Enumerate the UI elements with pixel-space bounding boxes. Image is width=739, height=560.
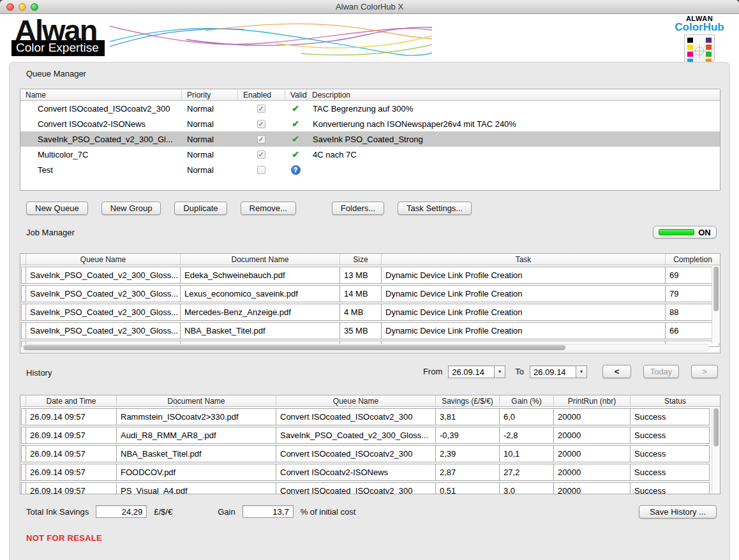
history-gain: -2,8 bbox=[499, 427, 554, 444]
job-size: 4 MB bbox=[340, 304, 382, 321]
queue-row[interactable]: Multicolor_7C Normal ✓ ✔ 4C nach 7C bbox=[20, 147, 720, 162]
dropdown-arrow-icon[interactable]: ▼ bbox=[494, 366, 505, 378]
enabled-checkbox[interactable]: ✓ bbox=[257, 166, 265, 174]
column-header-priority[interactable]: Priority bbox=[181, 89, 237, 100]
gain-field[interactable]: 13,7 bbox=[243, 505, 294, 518]
column-header-description[interactable]: Description bbox=[306, 89, 720, 100]
history-table-vertical-scrollbar[interactable] bbox=[712, 408, 720, 493]
job-row[interactable]: SaveInk_PSO_Coated_v2_300_Gloss... Merce… bbox=[20, 304, 720, 321]
column-header-gain[interactable]: Gain (%) bbox=[499, 395, 553, 406]
job-manager-power-toggle[interactable]: ON bbox=[653, 226, 717, 239]
job-document-name: Lexus_economico_saveink.pdf bbox=[180, 285, 340, 302]
from-date-combobox[interactable]: 26.09.14 ▼ bbox=[448, 365, 505, 378]
minimize-window-icon[interactable] bbox=[19, 3, 26, 11]
column-header-enabled[interactable]: Enabled bbox=[237, 89, 285, 100]
history-savings: 0,51 bbox=[435, 482, 500, 494]
column-header-printrun[interactable]: PrintRun (nbr) bbox=[553, 395, 630, 406]
job-document-name: Mercedes-Benz_Anzeige.pdf bbox=[180, 304, 340, 321]
column-header-date-time[interactable]: Date and Time bbox=[26, 395, 116, 406]
history-title: History bbox=[26, 368, 52, 378]
job-row[interactable]: SaveInk_PSO_Coated_v2_300_Gloss... Edeka… bbox=[20, 267, 720, 284]
column-header-queue-name[interactable]: Queue Name bbox=[26, 254, 180, 265]
next-day-button[interactable]: > bbox=[691, 365, 718, 378]
queue-priority: Normal bbox=[181, 104, 237, 114]
history-row[interactable]: 26.09.14 09:57 FOODCOV.pdf Convert ISOco… bbox=[20, 464, 720, 481]
column-header-completion[interactable]: Completion bbox=[665, 254, 720, 265]
history-status: Success bbox=[630, 408, 710, 425]
queue-row[interactable]: Convert ISOcoatv2-ISONews Normal ✓ ✔ Kon… bbox=[20, 116, 720, 131]
enabled-checkbox[interactable]: ✓ bbox=[257, 151, 265, 159]
job-table-vertical-scroll-thumb[interactable] bbox=[713, 267, 719, 311]
close-window-icon[interactable] bbox=[6, 3, 14, 11]
column-header-document-name[interactable]: Document Name bbox=[116, 395, 276, 406]
history-printrun: 20000 bbox=[553, 427, 631, 444]
enabled-checkbox[interactable]: ✓ bbox=[257, 135, 265, 144]
history-row[interactable]: 26.09.14 09:57 NBA_Basket_Titel.pdf Conv… bbox=[20, 445, 720, 462]
history-row[interactable]: 26.09.14 09:57 Rammstein_ISOcoatv2>330.p… bbox=[20, 408, 720, 425]
job-size: 14 MB bbox=[340, 285, 382, 302]
queue-name: SaveInk_PSO_Coated_v2_300_Gl... bbox=[20, 135, 181, 144]
history-gain: 3,0 bbox=[499, 482, 554, 494]
history-savings: -0,39 bbox=[435, 427, 500, 444]
enabled-checkbox[interactable]: ✓ bbox=[257, 120, 265, 128]
to-date-value[interactable]: 26.09.14 bbox=[530, 366, 576, 378]
history-document: NBA_Basket_Titel.pdf bbox=[116, 445, 276, 462]
column-header-document-name[interactable]: Document Name bbox=[180, 254, 340, 265]
history-datetime: 26.09.14 09:57 bbox=[26, 408, 117, 425]
new-queue-button[interactable]: New Queue bbox=[26, 202, 88, 215]
column-header-task[interactable]: Task bbox=[381, 254, 665, 265]
queue-name: Convert ISOcoatv2-ISONews bbox=[20, 119, 181, 129]
history-datetime: 26.09.14 09:57 bbox=[26, 464, 117, 481]
history-status: Success bbox=[630, 445, 710, 462]
enabled-checkbox[interactable]: ✓ bbox=[257, 105, 265, 113]
job-table-vertical-scrollbar[interactable] bbox=[712, 266, 720, 343]
history-row[interactable]: 26.09.14 09:57 Audi_R8_RMM_AR8_.pdf Save… bbox=[20, 427, 720, 444]
queue-priority: Normal bbox=[181, 119, 237, 129]
history-queue: SaveInk_PSO_Coated_v2_300_Gloss... bbox=[276, 427, 436, 444]
dropdown-arrow-icon[interactable]: ▼ bbox=[576, 366, 586, 378]
queue-table-header: Name Priority Enabled Valid Description bbox=[20, 89, 720, 101]
history-row[interactable]: 26.09.14 09:57 PS_Visual_A4.pdf Convert … bbox=[20, 482, 720, 494]
remove-button[interactable]: Remove... bbox=[241, 202, 296, 215]
column-header-status[interactable]: Status bbox=[630, 395, 720, 406]
column-header-valid[interactable]: Valid bbox=[285, 89, 306, 100]
history-status: Success bbox=[630, 482, 710, 494]
today-button[interactable]: Today bbox=[643, 365, 679, 378]
job-table-horizontal-scrollbar[interactable] bbox=[22, 344, 710, 351]
not-for-resale-notice: NOT FOR RESALE bbox=[26, 533, 102, 543]
column-header-name[interactable]: Name bbox=[20, 89, 181, 100]
column-header-size[interactable]: Size bbox=[340, 254, 381, 265]
window-title: Alwan ColorHub X bbox=[336, 2, 403, 11]
new-group-button[interactable]: New Group bbox=[101, 202, 161, 215]
job-row[interactable]: SaveInk_PSO_Coated_v2_300_Gloss... NBA_B… bbox=[20, 322, 720, 339]
history-datetime: 26.09.14 09:57 bbox=[26, 445, 117, 462]
column-header-queue-name[interactable]: Queue Name bbox=[276, 395, 435, 406]
save-history-button[interactable]: Save History ... bbox=[639, 505, 717, 519]
history-printrun: 20000 bbox=[553, 482, 631, 494]
zoom-window-icon[interactable] bbox=[31, 3, 38, 11]
valid-check-icon: ✔ bbox=[292, 134, 299, 144]
gain-unit-label: % of initial cost bbox=[301, 507, 356, 517]
queue-row[interactable]: Convert ISOcoated_ISOcoatv2_300 Normal ✓… bbox=[20, 101, 720, 116]
badge-colorhub-text: ColorHub bbox=[670, 21, 729, 34]
duplicate-button[interactable]: Duplicate bbox=[174, 202, 227, 215]
job-table-horizontal-scroll-thumb[interactable] bbox=[24, 345, 565, 350]
valid-check-icon: ✔ bbox=[292, 149, 299, 159]
queue-name: Multicolor_7C bbox=[20, 150, 181, 159]
to-date-combobox[interactable]: 26.09.14 ▼ bbox=[530, 365, 587, 378]
previous-day-button[interactable]: < bbox=[602, 365, 631, 378]
column-header-savings[interactable]: Savings (£/$/€) bbox=[435, 395, 499, 406]
to-label: To bbox=[515, 367, 524, 376]
folders-button[interactable]: Folders... bbox=[332, 202, 384, 215]
from-date-value[interactable]: 26.09.14 bbox=[449, 366, 494, 378]
job-row[interactable]: SaveInk_PSO_Coated_v2_300_Gloss... Lexus… bbox=[20, 285, 720, 302]
total-ink-savings-field[interactable]: 24,29 bbox=[96, 505, 147, 518]
queue-row[interactable]: Test Normal ✓ ? bbox=[20, 162, 720, 177]
history-table-vertical-scroll-thumb[interactable] bbox=[713, 408, 719, 446]
task-settings-button[interactable]: Task Settings... bbox=[398, 202, 472, 215]
title-bar[interactable]: Alwan ColorHub X bbox=[0, 0, 739, 14]
job-task: Dynamic Device Link Profile Creation bbox=[381, 304, 666, 321]
job-document-name: Edeka_Schweinebauch.pdf bbox=[180, 267, 340, 284]
queue-row-selected[interactable]: SaveInk_PSO_Coated_v2_300_Gl... Normal ✓… bbox=[20, 131, 720, 147]
queue-description: TAC Begrenzung auf 300% bbox=[306, 104, 720, 114]
